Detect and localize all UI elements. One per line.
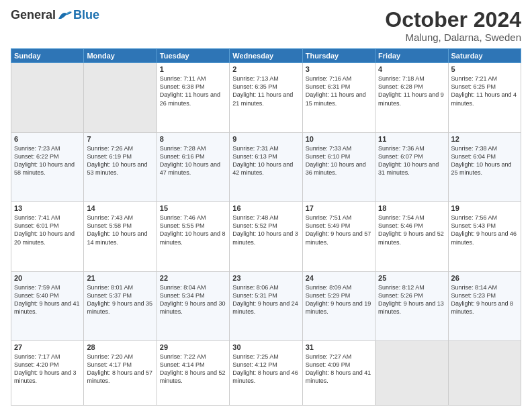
calendar-cell: 25Sunrise: 8:12 AM Sunset: 5:26 PM Dayli…: [375, 271, 448, 340]
calendar-table: SundayMondayTuesdayWednesdayThursdayFrid…: [11, 48, 521, 406]
day-number: 18: [378, 204, 445, 212]
calendar-cell: 15Sunrise: 7:46 AM Sunset: 5:55 PM Dayli…: [157, 202, 229, 271]
day-info: Sunrise: 7:38 AM Sunset: 6:04 PM Dayligh…: [451, 144, 518, 177]
day-info: Sunrise: 7:31 AM Sunset: 6:13 PM Dayligh…: [232, 144, 299, 177]
day-number: 26: [451, 274, 518, 282]
day-info: Sunrise: 7:46 AM Sunset: 5:55 PM Dayligh…: [160, 214, 226, 246]
day-info: Sunrise: 7:11 AM Sunset: 6:38 PM Dayligh…: [160, 75, 226, 107]
day-number: 4: [378, 65, 445, 73]
calendar-week-row: 13Sunrise: 7:41 AM Sunset: 6:01 PM Dayli…: [11, 202, 521, 271]
calendar-cell: 19Sunrise: 7:56 AM Sunset: 5:43 PM Dayli…: [448, 202, 521, 271]
calendar-cell: [375, 341, 448, 406]
day-info: Sunrise: 7:41 AM Sunset: 6:01 PM Dayligh…: [14, 214, 81, 246]
day-info: Sunrise: 7:59 AM Sunset: 5:40 PM Dayligh…: [14, 283, 81, 316]
calendar-cell: 12Sunrise: 7:38 AM Sunset: 6:04 PM Dayli…: [448, 132, 521, 201]
day-number: 13: [14, 204, 81, 212]
calendar-cell: [448, 341, 521, 406]
day-info: Sunrise: 7:26 AM Sunset: 6:19 PM Dayligh…: [87, 144, 153, 177]
calendar-cell: 3Sunrise: 7:16 AM Sunset: 6:31 PM Daylig…: [302, 63, 375, 132]
day-info: Sunrise: 7:33 AM Sunset: 6:10 PM Dayligh…: [306, 144, 372, 177]
calendar-cell: 20Sunrise: 7:59 AM Sunset: 5:40 PM Dayli…: [11, 271, 84, 340]
day-info: Sunrise: 7:48 AM Sunset: 5:52 PM Dayligh…: [232, 214, 299, 246]
calendar-cell: 27Sunrise: 7:17 AM Sunset: 4:20 PM Dayli…: [11, 341, 84, 406]
day-info: Sunrise: 7:18 AM Sunset: 6:28 PM Dayligh…: [378, 75, 445, 107]
calendar-cell: 1Sunrise: 7:11 AM Sunset: 6:38 PM Daylig…: [157, 63, 229, 132]
logo-blue-text: Blue: [73, 8, 99, 22]
logo-general-text: General: [11, 8, 56, 22]
day-number: 20: [14, 274, 81, 282]
day-number: 27: [14, 343, 81, 351]
day-number: 11: [378, 135, 445, 143]
day-number: 9: [232, 135, 299, 143]
day-info: Sunrise: 7:56 AM Sunset: 5:43 PM Dayligh…: [451, 214, 518, 246]
day-info: Sunrise: 7:17 AM Sunset: 4:20 PM Dayligh…: [14, 353, 81, 385]
day-info: Sunrise: 7:36 AM Sunset: 6:07 PM Dayligh…: [378, 144, 445, 177]
day-info: Sunrise: 7:23 AM Sunset: 6:22 PM Dayligh…: [14, 144, 81, 177]
title-block: October 2024 Malung, Dalarna, Sweden: [385, 8, 521, 43]
day-number: 22: [160, 274, 226, 282]
calendar-cell: 13Sunrise: 7:41 AM Sunset: 6:01 PM Dayli…: [11, 202, 84, 271]
calendar-cell: 6Sunrise: 7:23 AM Sunset: 6:22 PM Daylig…: [11, 132, 84, 201]
calendar-cell: 10Sunrise: 7:33 AM Sunset: 6:10 PM Dayli…: [302, 132, 375, 201]
weekday-header-monday: Monday: [84, 49, 157, 63]
calendar-week-row: 20Sunrise: 7:59 AM Sunset: 5:40 PM Dayli…: [11, 271, 521, 340]
day-number: 31: [306, 343, 372, 351]
day-info: Sunrise: 7:27 AM Sunset: 4:09 PM Dayligh…: [306, 353, 372, 385]
day-number: 12: [451, 135, 518, 143]
calendar-week-row: 6Sunrise: 7:23 AM Sunset: 6:22 PM Daylig…: [11, 132, 521, 201]
day-number: 25: [378, 274, 445, 282]
calendar-cell: 31Sunrise: 7:27 AM Sunset: 4:09 PM Dayli…: [302, 341, 375, 406]
day-info: Sunrise: 7:43 AM Sunset: 5:58 PM Dayligh…: [87, 214, 153, 246]
day-number: 23: [232, 274, 299, 282]
day-number: 7: [87, 135, 153, 143]
calendar-cell: 2Sunrise: 7:13 AM Sunset: 6:35 PM Daylig…: [230, 63, 302, 132]
day-info: Sunrise: 8:12 AM Sunset: 5:26 PM Dayligh…: [378, 283, 445, 316]
day-number: 8: [160, 135, 226, 143]
day-number: 19: [451, 204, 518, 212]
weekday-header-wednesday: Wednesday: [230, 49, 302, 63]
weekday-header-thursday: Thursday: [302, 49, 375, 63]
day-info: Sunrise: 8:09 AM Sunset: 5:29 PM Dayligh…: [306, 283, 372, 316]
day-info: Sunrise: 7:54 AM Sunset: 5:46 PM Dayligh…: [378, 214, 445, 246]
day-info: Sunrise: 7:20 AM Sunset: 4:17 PM Dayligh…: [87, 353, 153, 385]
day-number: 28: [87, 343, 153, 351]
day-number: 17: [306, 204, 372, 212]
calendar-cell: 16Sunrise: 7:48 AM Sunset: 5:52 PM Dayli…: [230, 202, 302, 271]
calendar-cell: 9Sunrise: 7:31 AM Sunset: 6:13 PM Daylig…: [230, 132, 302, 201]
calendar-cell: 14Sunrise: 7:43 AM Sunset: 5:58 PM Dayli…: [84, 202, 157, 271]
day-info: Sunrise: 7:16 AM Sunset: 6:31 PM Dayligh…: [306, 75, 372, 107]
header: General Blue October 2024 Malung, Dalarn…: [11, 8, 521, 43]
calendar-cell: 11Sunrise: 7:36 AM Sunset: 6:07 PM Dayli…: [375, 132, 448, 201]
day-number: 1: [160, 65, 226, 73]
calendar-cell: 22Sunrise: 8:04 AM Sunset: 5:34 PM Dayli…: [157, 271, 229, 340]
day-number: 16: [232, 204, 299, 212]
calendar-cell: [11, 63, 84, 132]
day-info: Sunrise: 7:28 AM Sunset: 6:16 PM Dayligh…: [160, 144, 226, 177]
weekday-header-row: SundayMondayTuesdayWednesdayThursdayFrid…: [11, 49, 521, 63]
day-info: Sunrise: 7:13 AM Sunset: 6:35 PM Dayligh…: [232, 75, 299, 107]
weekday-header-saturday: Saturday: [448, 49, 521, 63]
calendar-cell: 23Sunrise: 8:06 AM Sunset: 5:31 PM Dayli…: [230, 271, 302, 340]
location-title: Malung, Dalarna, Sweden: [385, 32, 521, 43]
day-info: Sunrise: 8:01 AM Sunset: 5:37 PM Dayligh…: [87, 283, 153, 316]
day-number: 29: [160, 343, 226, 351]
day-number: 30: [232, 343, 299, 351]
logo: General Blue: [11, 8, 99, 22]
day-info: Sunrise: 8:06 AM Sunset: 5:31 PM Dayligh…: [232, 283, 299, 316]
calendar-cell: 28Sunrise: 7:20 AM Sunset: 4:17 PM Dayli…: [84, 341, 157, 406]
calendar-cell: 29Sunrise: 7:22 AM Sunset: 4:14 PM Dayli…: [157, 341, 229, 406]
calendar-cell: 8Sunrise: 7:28 AM Sunset: 6:16 PM Daylig…: [157, 132, 229, 201]
month-title: October 2024: [385, 8, 521, 32]
calendar-week-row: 27Sunrise: 7:17 AM Sunset: 4:20 PM Dayli…: [11, 341, 521, 406]
page: General Blue October 2024 Malung, Dalarn…: [0, 0, 532, 411]
day-number: 6: [14, 135, 81, 143]
day-number: 15: [160, 204, 226, 212]
calendar-cell: 30Sunrise: 7:25 AM Sunset: 4:12 PM Dayli…: [230, 341, 302, 406]
day-info: Sunrise: 7:22 AM Sunset: 4:14 PM Dayligh…: [160, 353, 226, 385]
day-info: Sunrise: 8:04 AM Sunset: 5:34 PM Dayligh…: [160, 283, 226, 316]
day-number: 5: [451, 65, 518, 73]
day-number: 24: [306, 274, 372, 282]
day-number: 2: [232, 65, 299, 73]
logo-bird-icon: [57, 9, 73, 21]
day-number: 10: [306, 135, 372, 143]
